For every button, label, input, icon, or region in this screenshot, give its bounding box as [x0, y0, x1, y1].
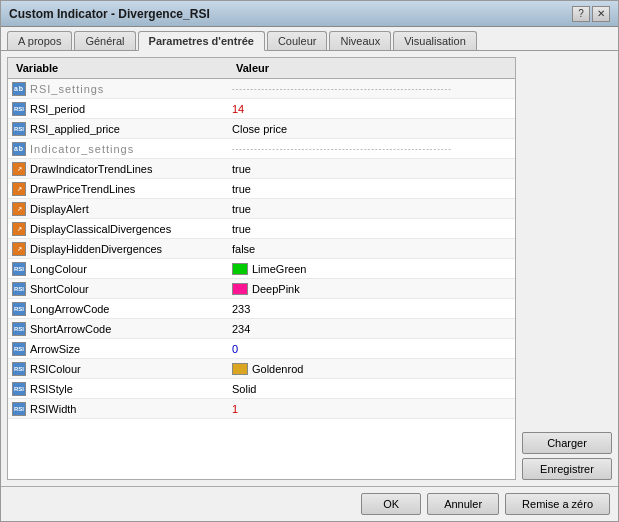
row-value: 233 — [228, 301, 515, 317]
row-name: ↗ DisplayClassicalDivergences — [8, 220, 228, 238]
icon-rsi: RSI — [12, 382, 26, 396]
row-value: true — [228, 201, 515, 217]
main-content: Variable Valeur ab RSI_settings --------… — [1, 51, 618, 486]
row-name: ab Indicator_settings — [8, 140, 228, 158]
row-value: false — [228, 241, 515, 257]
tab-niveaux[interactable]: Niveaux — [329, 31, 391, 50]
row-name: ↗ DrawIndicatorTrendLines — [8, 160, 228, 178]
table-row: RSI RSIWidth 1 — [8, 399, 515, 419]
row-name: RSI ArrowSize — [8, 340, 228, 358]
icon-rsi: RSI — [12, 402, 26, 416]
color-swatch-rsi — [232, 363, 248, 375]
row-name: RSI ShortColour — [8, 280, 228, 298]
table-row: ↗ DrawPriceTrendLines true — [8, 179, 515, 199]
icon-ab: ab — [12, 82, 26, 96]
row-name: RSI LongArrowCode — [8, 300, 228, 318]
row-value: true — [228, 181, 515, 197]
icon-rsi: RSI — [12, 302, 26, 316]
icon-trend: ↗ — [12, 222, 26, 236]
icon-rsi: RSI — [12, 262, 26, 276]
table-row: RSI RSI_applied_price Close price — [8, 119, 515, 139]
row-name: RSI RSI_applied_price — [8, 120, 228, 138]
icon-rsi: RSI — [12, 122, 26, 136]
row-value: 1 — [228, 401, 515, 417]
tab-apropos[interactable]: A propos — [7, 31, 72, 50]
table-header: Variable Valeur — [8, 58, 515, 79]
row-name: RSI LongColour — [8, 260, 228, 278]
table-row: RSI RSIColour Goldenrod — [8, 359, 515, 379]
enregistrer-button[interactable]: Enregistrer — [522, 458, 612, 480]
icon-trend: ↗ — [12, 202, 26, 216]
table-row: ↗ DrawIndicatorTrendLines true — [8, 159, 515, 179]
bottom-bar: OK Annuler Remise a zéro — [1, 486, 618, 521]
color-swatch-short — [232, 283, 248, 295]
title-bar-buttons: ? ✕ — [572, 6, 610, 22]
row-name: RSI RSIStyle — [8, 380, 228, 398]
row-name: RSI ShortArrowCode — [8, 320, 228, 338]
tab-visualisation[interactable]: Visualisation — [393, 31, 477, 50]
window-title: Custom Indicator - Divergence_RSI — [9, 7, 210, 21]
col-value: Valeur — [232, 60, 511, 76]
tab-general[interactable]: Général — [74, 31, 135, 50]
table-row: ↗ DisplayClassicalDivergences true — [8, 219, 515, 239]
row-value: Close price — [228, 121, 515, 137]
row-name: ↗ DisplayHiddenDivergences — [8, 240, 228, 258]
row-value: Solid — [228, 381, 515, 397]
row-value: ----------------------------------------… — [228, 142, 515, 155]
annuler-button[interactable]: Annuler — [427, 493, 499, 515]
close-button[interactable]: ✕ — [592, 6, 610, 22]
icon-ab: ab — [12, 142, 26, 156]
tabs-row: A propos Général Parametres d'entrée Cou… — [1, 27, 618, 51]
table-row: RSI LongArrowCode 233 — [8, 299, 515, 319]
main-window: Custom Indicator - Divergence_RSI ? ✕ A … — [0, 0, 619, 522]
title-bar: Custom Indicator - Divergence_RSI ? ✕ — [1, 1, 618, 27]
parameters-table: Variable Valeur ab RSI_settings --------… — [7, 57, 516, 480]
table-row: ↗ DisplayHiddenDivergences false — [8, 239, 515, 259]
row-value: ----------------------------------------… — [228, 82, 515, 95]
row-value: 234 — [228, 321, 515, 337]
tab-parametres[interactable]: Parametres d'entrée — [138, 31, 265, 51]
icon-rsi: RSI — [12, 322, 26, 336]
color-swatch-long — [232, 263, 248, 275]
ok-button[interactable]: OK — [361, 493, 421, 515]
icon-rsi: RSI — [12, 102, 26, 116]
row-name: RSI RSI_period — [8, 100, 228, 118]
icon-rsi: RSI — [12, 342, 26, 356]
row-value: 14 — [228, 101, 515, 117]
row-value: Goldenrod — [228, 361, 515, 377]
icon-trend: ↗ — [12, 182, 26, 196]
row-value: true — [228, 161, 515, 177]
row-name: RSI RSIColour — [8, 360, 228, 378]
table-row: RSI LongColour LimeGreen — [8, 259, 515, 279]
table-row: RSI ShortArrowCode 234 — [8, 319, 515, 339]
icon-trend: ↗ — [12, 162, 26, 176]
table-row: ↗ DisplayAlert true — [8, 199, 515, 219]
row-value: true — [228, 221, 515, 237]
table-row: RSI RSIStyle Solid — [8, 379, 515, 399]
row-name: ↗ DrawPriceTrendLines — [8, 180, 228, 198]
table-row: RSI ShortColour DeepPink — [8, 279, 515, 299]
table-row: RSI ArrowSize 0 — [8, 339, 515, 359]
table-row: RSI RSI_period 14 — [8, 99, 515, 119]
table-row: ab RSI_settings ------------------------… — [8, 79, 515, 99]
remise-button[interactable]: Remise a zéro — [505, 493, 610, 515]
row-name: ↗ DisplayAlert — [8, 200, 228, 218]
charger-button[interactable]: Charger — [522, 432, 612, 454]
icon-rsi: RSI — [12, 282, 26, 296]
row-name: ab RSI_settings — [8, 80, 228, 98]
icon-trend: ↗ — [12, 242, 26, 256]
row-value: DeepPink — [228, 281, 515, 297]
row-value: 0 — [228, 341, 515, 357]
help-button[interactable]: ? — [572, 6, 590, 22]
tab-couleur[interactable]: Couleur — [267, 31, 328, 50]
row-value: LimeGreen — [228, 261, 515, 277]
icon-rsi: RSI — [12, 362, 26, 376]
row-name: RSI RSIWidth — [8, 400, 228, 418]
side-buttons: Charger Enregistrer — [522, 57, 612, 480]
table-row: ab Indicator_settings ------------------… — [8, 139, 515, 159]
col-variable: Variable — [12, 60, 232, 76]
